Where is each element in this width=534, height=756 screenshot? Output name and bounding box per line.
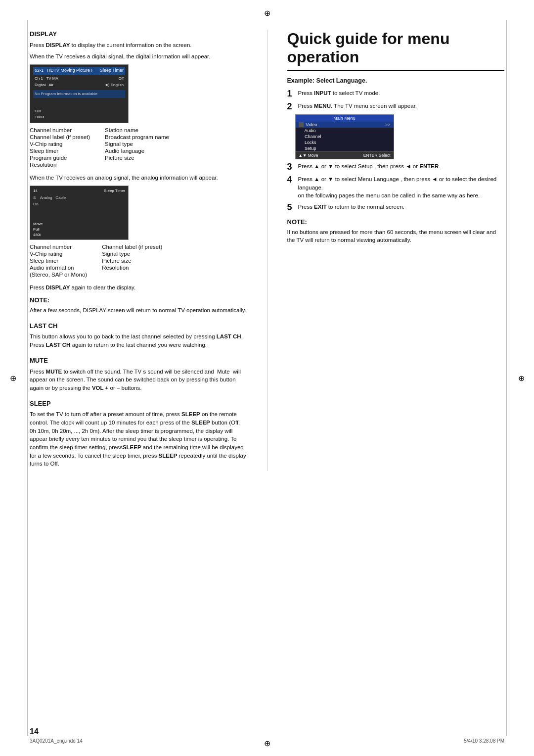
menu-footer: ▲▼ Move ENTER Select [296, 151, 394, 159]
menu-item-locks: Locks [296, 140, 394, 145]
menu-item-channel: Channel [296, 134, 394, 140]
right-note: NOTE: If no buttons are pressed for more… [287, 218, 505, 244]
display-again: Press DISPLAY again to clear the display… [30, 284, 247, 292]
step-2: 2 Press MENU. The TV menu screen will ap… [287, 102, 505, 112]
display-intro1: Press DISPLAY to display the current inf… [30, 41, 247, 49]
footer-left: 3AQ0201A_eng.indd 14 [30, 738, 83, 744]
display-note: NOTE: After a few seconds, DISPLAY scree… [30, 296, 247, 315]
step-1: 1 Press INPUT to select TV mode. [287, 89, 505, 99]
right-column: Quick guide for menuoperation Example: S… [287, 30, 505, 471]
reg-mark-right: ⊕ [517, 374, 525, 382]
digital-captions: Channel number Channel label (if preset)… [30, 127, 247, 168]
page-number: 14 [30, 727, 39, 736]
reg-mark-left: ⊕ [9, 374, 17, 382]
left-border [27, 20, 28, 736]
menu-item-audio: Audio [296, 128, 394, 134]
mute-title: MUTE [30, 356, 247, 366]
last-ch-text: This button allows you to go back to the… [30, 332, 247, 349]
display-title: DISPLAY [30, 30, 247, 39]
digital-screen-mock: 62-1 HDTV Moving Picture I Sleep Timer C… [30, 64, 129, 123]
reg-mark-bottom: ⊕ [263, 739, 271, 747]
step-3: 3 Press ▲ or ▼ to select Setup , then pr… [287, 162, 505, 172]
sleep-text: To set the TV to turn off after a preset… [30, 410, 247, 468]
main-title: Quick guide for menuoperation [287, 30, 505, 71]
step-5: 5 Press EXIT to return to the normal scr… [287, 203, 505, 213]
step-4: 4 Press ▲ or ▼ to select Menu Language ,… [287, 175, 505, 200]
analog-intro: When the TV receives an analog signal, t… [30, 174, 247, 182]
analog-screen-mock: 14 Sleep Timer S Analog Cable On Move Fu… [30, 186, 129, 240]
mute-text: Press MUTE to switch off the sound. The … [30, 368, 247, 392]
menu-item-video: Video >> [296, 122, 394, 128]
analog-captions: Channel number V-Chip rating Sleep timer… [30, 244, 247, 278]
right-border [506, 20, 507, 736]
left-column: DISPLAY Press DISPLAY to display the cur… [30, 30, 247, 471]
example-title: Example: Select Language. [287, 76, 505, 85]
menu-header: Main Menu [296, 115, 394, 122]
column-divider [267, 30, 267, 471]
page: ⊕ ⊕ ⊕ ⊕ DISPLAY Press DISPLAY to display… [0, 0, 534, 756]
reg-mark-top: ⊕ [263, 9, 271, 17]
footer-right: 5/4/10 3:28:08 PM [464, 738, 504, 744]
menu-mock: Main Menu Video >> Audio Channel Locks [295, 114, 394, 159]
menu-item-setup: Setup [296, 145, 394, 151]
last-ch-title: LAST CH [30, 322, 247, 331]
display-intro2: When the TV receives a digital signal, t… [30, 52, 247, 61]
sleep-title: SLEEP [30, 399, 247, 409]
